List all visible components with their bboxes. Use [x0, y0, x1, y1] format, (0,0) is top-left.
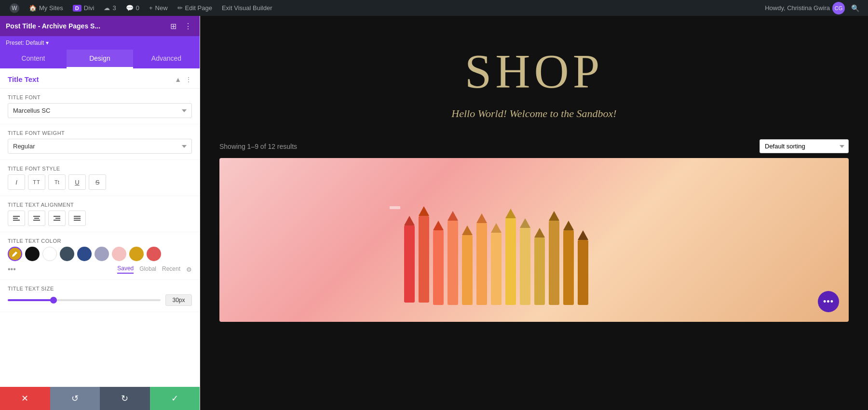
color-swatches [8, 247, 192, 261]
divi-item[interactable]: D Divi [68, 0, 99, 16]
my-sites-label: My Sites [39, 4, 63, 12]
panel-icon-btn-1[interactable]: ⊞ [168, 21, 178, 32]
color-swatch-lavender[interactable] [95, 247, 109, 261]
redo-button[interactable]: ↻ [100, 387, 150, 410]
slider-thumb[interactable] [50, 297, 57, 304]
exit-builder-item[interactable]: Exit Visual Builder [217, 0, 277, 16]
comment-item[interactable]: 💬 0 [121, 0, 144, 16]
color-tabs: Saved Global Recent ⚙ [117, 265, 192, 274]
color-tab-global[interactable]: Global [139, 265, 156, 273]
font-label: Title Font [8, 94, 192, 100]
align-center-btn[interactable] [28, 211, 45, 226]
page-canvas: SHOP Hello World! Welcome to the Sandbox… [200, 16, 868, 410]
divi-logo-icon: D [73, 5, 81, 12]
color-swatch-pink[interactable] [112, 247, 126, 261]
slider-value[interactable]: 30px [165, 294, 192, 306]
size-label: Title Text Size [8, 286, 192, 291]
svg-rect-25 [491, 233, 502, 305]
panel-header: Post Title - Archive Pages S... ⊞ ⋮ [0, 16, 200, 36]
color-tab-recent[interactable]: Recent [162, 265, 180, 273]
tab-content[interactable]: Content [0, 50, 67, 68]
svg-marker-36 [563, 221, 574, 230]
edit-page-item[interactable]: ✏ Edit Page [173, 0, 217, 16]
color-more-icon[interactable]: ••• [8, 265, 16, 274]
align-justify-btn[interactable] [68, 211, 86, 226]
color-swatch-white[interactable] [42, 247, 57, 261]
svg-rect-33 [549, 221, 559, 305]
save-icon: ✓ [171, 393, 178, 404]
underline-btn[interactable]: U [68, 174, 86, 190]
svg-rect-27 [505, 218, 516, 305]
tabs-bar: Content Design Advanced [0, 50, 200, 68]
my-sites-item[interactable]: 🏠 My Sites [24, 0, 68, 16]
panel-header-icons: ⊞ ⋮ [168, 21, 194, 32]
shop-meta-bar: Showing 1–9 of 12 results Default sortin… [200, 134, 868, 158]
color-settings-icon[interactable]: ⚙ [186, 266, 192, 273]
cancel-button[interactable]: ✕ [0, 387, 50, 410]
svg-rect-17 [433, 230, 444, 305]
collapse-icon[interactable]: ▲ [175, 76, 181, 83]
product-grid-area: ••• [200, 158, 868, 341]
comment-icon: 💬 [126, 4, 134, 12]
sort-select[interactable]: Default sorting Sort by popularity Sort … [760, 139, 849, 153]
house-icon: 🏠 [29, 4, 37, 12]
title-font-style-group: Title Font Style I TT Tt U S [0, 160, 200, 196]
svg-rect-31 [534, 238, 545, 305]
cancel-icon: ✕ [21, 393, 28, 404]
cloud-item[interactable]: ☁ 3 [99, 0, 121, 16]
pencils-svg [390, 206, 679, 312]
slider-row: 30px [8, 294, 192, 306]
tt-sm-btn[interactable]: Tt [48, 174, 66, 190]
italic-btn[interactable]: I [8, 174, 25, 190]
svg-marker-16 [419, 206, 429, 216]
svg-rect-12 [404, 225, 415, 303]
svg-marker-32 [534, 228, 545, 238]
svg-marker-30 [520, 218, 530, 228]
undo-button[interactable]: ↺ [50, 387, 100, 410]
color-swatch-black[interactable] [25, 247, 40, 261]
svg-rect-15 [419, 216, 429, 303]
preset-bar: Preset: Default ▾ [0, 36, 200, 50]
tt-btn[interactable]: TT [28, 174, 45, 190]
section-header-icons: ▲ ⋮ [175, 76, 192, 83]
wp-logo-item[interactable]: W [5, 0, 24, 16]
floating-dots-button[interactable]: ••• [818, 291, 839, 312]
wp-admin-bar: W 🏠 My Sites D Divi ☁ 3 💬 0 + New ✏ Edit… [0, 0, 868, 16]
search-icon[interactable]: 🔍 [847, 4, 863, 12]
tab-design[interactable]: Design [67, 50, 133, 68]
svg-rect-23 [476, 223, 487, 305]
tab-advanced[interactable]: Advanced [133, 50, 200, 68]
align-right-btn[interactable] [48, 211, 66, 226]
svg-marker-22 [462, 225, 473, 235]
color-swatch-red[interactable] [147, 247, 161, 261]
align-buttons [8, 211, 192, 226]
slider-fill [8, 299, 54, 301]
align-left-btn[interactable] [8, 211, 25, 226]
font-weight-select[interactable]: Regular [8, 139, 192, 154]
svg-marker-24 [476, 213, 487, 223]
admin-bar-right: Howdy, Christina Gwira CG 🔍 [765, 2, 863, 14]
svg-marker-38 [578, 230, 588, 240]
font-weight-label: Title Font Weight [8, 130, 192, 136]
more-icon[interactable]: ⋮ [185, 76, 192, 83]
new-item[interactable]: + New [144, 0, 173, 16]
svg-marker-20 [448, 211, 458, 221]
title-size-group: Title Text Size 30px [0, 280, 200, 312]
title-color-group: Title Text Color [0, 232, 200, 280]
strikethrough-btn[interactable]: S [89, 174, 106, 190]
svg-rect-37 [578, 240, 588, 305]
title-alignment-group: Title Text Alignment [0, 196, 200, 232]
color-tab-saved[interactable]: Saved [117, 265, 134, 274]
section-header: Title Text ▲ ⋮ [0, 68, 200, 89]
dots-icon: ••• [823, 297, 834, 307]
save-button[interactable]: ✓ [150, 387, 200, 410]
color-swatch-dark[interactable] [60, 247, 74, 261]
active-color-swatch[interactable] [8, 247, 22, 261]
color-swatch-gold[interactable] [129, 247, 144, 261]
font-select[interactable]: Marcellus SC [8, 103, 192, 118]
color-swatch-navy[interactable] [77, 247, 92, 261]
shop-subtitle: Hello World! Welcome to the Sandbox! [210, 107, 858, 120]
panel-icon-btn-2[interactable]: ⋮ [182, 21, 194, 32]
redo-icon: ↻ [121, 393, 128, 404]
style-buttons: I TT Tt U S [8, 174, 192, 190]
